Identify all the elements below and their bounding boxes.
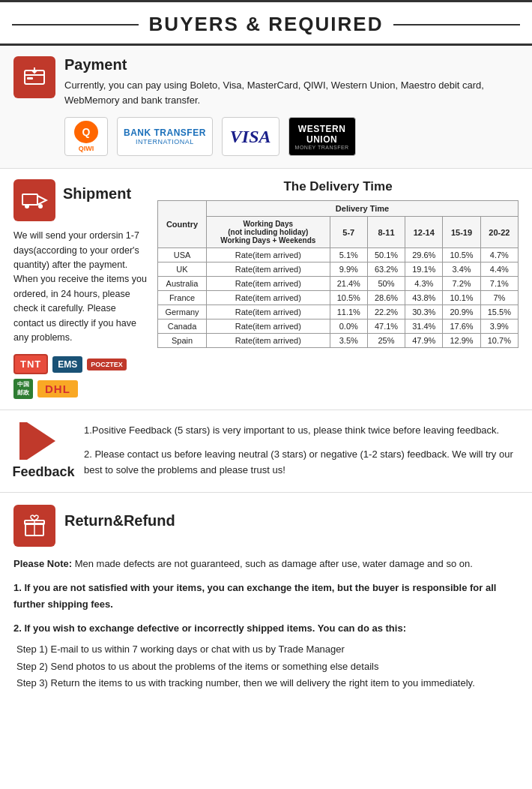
feedback-text1: 1.Positive Feedback (5 stars) is very im… (84, 422, 519, 438)
svg-rect-2 (27, 77, 33, 80)
dhl-logo: DHL (37, 380, 78, 398)
delivery-row: USARate(item arrived)5.1%50.1%29.6%10.5%… (158, 248, 519, 262)
delivery-row: GermanyRate(item arrived)11.1%22.2%30.3%… (158, 305, 519, 320)
return-title: Return&Refund (64, 512, 175, 530)
header-line-left (12, 24, 139, 26)
payment-logos: Q QIWI BANK TRANSFER INTERNATIONAL VISA … (64, 117, 519, 156)
payment-icon (13, 56, 55, 98)
shipment-logos: TNT EMS POCZTEX (13, 354, 148, 374)
shipment-body-text: We will send your ordersin 1-7 days(acco… (13, 229, 148, 345)
delivery-row: UKRate(item arrived)9.9%63.2%19.1%3.4%4.… (158, 262, 519, 277)
return-note-text: Men made defects are not guaranteed, suc… (72, 558, 473, 569)
svg-marker-5 (37, 196, 46, 205)
return-point2: 2. If you wish to exchange defective or … (13, 620, 519, 637)
col-sub-days: Working Days(not including holiday)Worki… (207, 217, 330, 248)
return-step3: Step 3) Return the items to us with trac… (16, 675, 519, 692)
feedback-section: Feedback 1.Positive Feedback (5 stars) i… (0, 410, 532, 493)
col-header-delivery: Delivery Time (207, 201, 519, 217)
return-section: Return&Refund Please Note: Men made defe… (0, 493, 532, 704)
qiwi-logo: Q QIWI (64, 117, 108, 156)
payment-title: Payment (64, 56, 519, 74)
feedback-icon-area: Feedback (13, 422, 73, 480)
shipment-title: Shipment (63, 185, 131, 202)
shipment-icon (13, 179, 55, 221)
feedback-title: Feedback (12, 464, 74, 480)
return-icon (13, 505, 55, 547)
delivery-row: CanadaRate(item arrived)0.0%47.1%31.4%17… (158, 320, 519, 334)
shipment-logos-2: 中国邮政 DHL (13, 379, 148, 399)
western-union-logo: WESTERN UNION MONEY TRANSFER (288, 117, 356, 156)
china-post-logo: 中国邮政 (13, 379, 33, 399)
delivery-row: FranceRate(item arrived)10.5%28.6%43.8%1… (158, 291, 519, 305)
return-step1: Step 1) E-mail to us within 7 working da… (16, 641, 519, 658)
payment-section: Payment Currently, you can pay using Bol… (0, 46, 532, 169)
delivery-row: AustraliaRate(item arrived)21.4%50%4.3%7… (158, 277, 519, 291)
feedback-text: 1.Positive Feedback (5 stars) is very im… (84, 422, 519, 478)
feedback-text2: 2. Please contact us before leaving neut… (84, 446, 519, 478)
return-step2: Step 2) Send photos to us about the prob… (16, 658, 519, 675)
svg-point-7 (38, 204, 43, 208)
col-sub-12-14: 12-14 (405, 217, 443, 248)
col-header-country: Country (158, 201, 207, 248)
col-sub-15-19: 15-19 (443, 217, 480, 248)
pocztex-logo: POCZTEX (87, 358, 127, 370)
shipment-section: Shipment We will send your ordersin 1-7 … (0, 169, 532, 410)
page-title: BUYERS & REQUIRED (149, 13, 384, 36)
delivery-title: The Delivery Time (157, 179, 519, 194)
svg-rect-4 (22, 194, 37, 205)
return-point1: 1. If you are not satisfied with your it… (13, 580, 519, 613)
page-header: BUYERS & REQUIRED (0, 0, 532, 46)
delivery-table: Country Delivery Time Working Days(not i… (157, 200, 519, 348)
col-sub-20-22: 20-22 (480, 217, 518, 248)
svg-point-6 (25, 204, 29, 208)
payment-description: Currently, you can pay using Boleto, Vis… (64, 78, 519, 108)
return-note-label: Please Note: (13, 558, 72, 569)
bank-transfer-logo: BANK TRANSFER INTERNATIONAL (117, 117, 213, 156)
ems-logo: EMS (52, 356, 82, 373)
tnt-logo: TNT (13, 354, 48, 374)
col-sub-8-11: 8-11 (367, 217, 405, 248)
return-body: Please Note: Men made defects are not gu… (13, 556, 519, 692)
delivery-row: SpainRate(item arrived)3.5%25%47.9%12.9%… (158, 334, 519, 348)
return-note: Please Note: Men made defects are not gu… (13, 556, 519, 572)
visa-logo: VISA (222, 117, 279, 156)
col-sub-5-7: 5-7 (330, 217, 367, 248)
header-line-right (393, 24, 520, 26)
